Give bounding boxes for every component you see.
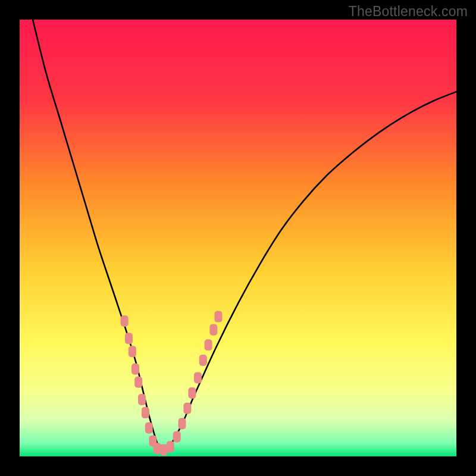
chart-frame: TheBottleneck.com (0, 0, 476, 476)
curve-marker (178, 418, 186, 429)
gradient-background (20, 20, 456, 456)
watermark-text: TheBottleneck.com (349, 4, 468, 20)
curve-marker (199, 355, 207, 366)
curve-marker (209, 324, 217, 336)
curve-marker (167, 441, 174, 452)
curve-marker (188, 387, 196, 399)
curve-marker (138, 394, 146, 405)
curve-marker (173, 431, 181, 442)
curve-marker (205, 339, 212, 350)
curve-marker (214, 311, 222, 322)
curve-marker (145, 422, 153, 434)
chart-plot (20, 20, 456, 456)
curve-marker (125, 333, 133, 344)
curve-marker (142, 407, 149, 418)
curve-marker (183, 403, 191, 414)
curve-marker (121, 315, 129, 327)
curve-marker (134, 377, 142, 388)
curve-marker (131, 364, 139, 375)
curve-marker (129, 346, 136, 357)
curve-marker (194, 372, 202, 383)
